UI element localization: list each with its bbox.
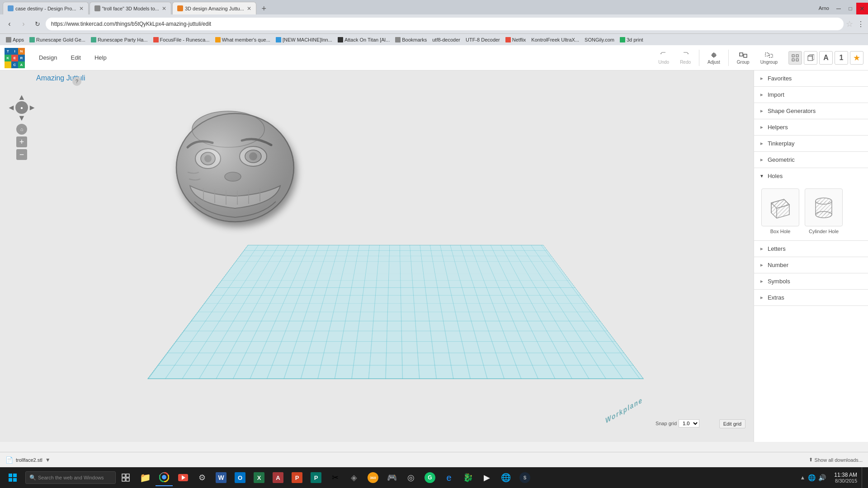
box-hole-item[interactable]: Box Hole (761, 188, 799, 234)
bookmark-8[interactable]: Bookmarks (393, 37, 429, 43)
adjust-button[interactable]: Adjust (703, 49, 725, 66)
nav-center-button[interactable]: ● (15, 101, 28, 114)
nav-edit[interactable]: Edit (64, 52, 87, 64)
close-tab-2[interactable]: ✕ (162, 5, 166, 12)
number-view-button[interactable]: 1 (835, 51, 848, 65)
tray-network[interactable]: 🌐 (808, 474, 816, 481)
taskbar-icon-chrome[interactable] (156, 469, 173, 486)
nav-help[interactable]: Help (88, 52, 113, 64)
refresh-button[interactable]: ↻ (32, 18, 43, 30)
show-downloads-button[interactable]: ⬆ Show all downloads... (809, 457, 863, 463)
taskbar-search[interactable]: 🔍 Search the web and Windows (25, 471, 116, 484)
taskbar-icon-outlook[interactable]: O (231, 469, 249, 486)
bookmark-10[interactable]: UTF-8 Decoder (463, 37, 502, 43)
section-shape-generators-header[interactable]: ► Shape Generators (754, 103, 868, 119)
close-tab-3[interactable]: ✕ (247, 5, 251, 12)
ungroup-button[interactable]: Ungroup (756, 49, 782, 66)
tinkercad-logo[interactable]: T I N K E R C A (5, 48, 26, 68)
section-extras-header[interactable]: ► Extras (754, 290, 868, 305)
cube-view-button[interactable] (804, 51, 817, 65)
snap-grid-select[interactable]: 1.0 0.5 0.1 (679, 419, 699, 427)
tab-1[interactable]: case destiny - Design Pro... ✕ (3, 2, 89, 14)
section-symbols-header[interactable]: ► Symbols (754, 273, 868, 289)
minimize-button[interactable]: ─ (833, 3, 844, 14)
nav-left-button[interactable]: ◄ (7, 103, 15, 113)
section-favorites-header[interactable]: ► Favorites (754, 70, 868, 86)
home-button[interactable]: ⌂ (16, 124, 27, 135)
bookmark-3[interactable]: Runescape Party Ha... (89, 37, 150, 43)
panel-collapse-button[interactable]: › (754, 247, 754, 265)
edit-grid-button[interactable]: Edit grid (719, 419, 745, 428)
taskbar-icon-publisher[interactable]: P (307, 469, 325, 486)
bookmark-5[interactable]: What member's que... (213, 37, 273, 43)
start-button[interactable] (2, 467, 24, 488)
zoom-in-button[interactable]: + (16, 136, 27, 147)
new-tab-button[interactable]: + (258, 3, 270, 14)
close-browser-button[interactable]: ✕ (856, 3, 868, 14)
taskbar-icon-grammarly[interactable]: G (421, 469, 439, 486)
task-view-button[interactable] (117, 469, 134, 486)
star-view-button[interactable]: ★ (850, 51, 863, 65)
bookmark-7[interactable]: Attack On Titan [Al... (335, 37, 392, 43)
section-letters-header[interactable]: ► Letters (754, 241, 868, 257)
taskbar-icon-powerpoint[interactable]: P (288, 469, 306, 486)
taskbar-icon-settings[interactable]: ⚙ (193, 469, 211, 486)
nav-up-button[interactable]: ▲ (18, 93, 26, 101)
taskbar-icon-misc1[interactable]: ◈ (345, 469, 363, 486)
cylinder-hole-item[interactable]: Cylinder Hole (805, 188, 843, 234)
taskbar-clock[interactable]: 11:38 AM 8/30/2015 (830, 472, 862, 483)
taskbar-icon-snap[interactable]: ✂ (326, 469, 344, 486)
show-desktop-button[interactable] (862, 467, 866, 488)
section-tinkerplay-header[interactable]: ► Tinkerplay (754, 136, 868, 151)
tray-sound[interactable]: 🔊 (818, 474, 826, 481)
grid-view-button[interactable] (788, 51, 802, 65)
letter-view-button[interactable]: A (819, 51, 833, 65)
bookmark-4[interactable]: FocusFile - Runesca... (151, 37, 212, 43)
download-dropdown[interactable]: ▼ (45, 457, 51, 463)
zoom-out-button[interactable]: − (16, 149, 27, 160)
taskbar-icon-excel[interactable]: X (250, 469, 268, 486)
tray-arrow[interactable]: ▲ (800, 474, 805, 481)
back-button[interactable]: ‹ (4, 18, 15, 30)
taskbar-icon-dragon[interactable]: 🐉 (459, 469, 476, 486)
close-tab-1[interactable]: ✕ (79, 5, 84, 12)
address-input[interactable] (46, 18, 844, 30)
group-button[interactable]: Group (732, 49, 754, 66)
section-helpers-header[interactable]: ► Helpers (754, 119, 868, 135)
viewport[interactable]: Amazing Juttuli ? ▲ ◄ ● ► ▼ ⌂ + − (0, 70, 754, 442)
taskbar-icon-terminal[interactable]: ▶ (478, 469, 495, 486)
settings-icon[interactable]: ⋮ (857, 20, 864, 28)
taskbar-icon-misc2[interactable]: ◎ (402, 469, 420, 486)
section-number-header[interactable]: ► Number (754, 257, 868, 273)
tab-3[interactable]: 3D design Amazing Juttu... ✕ (172, 2, 256, 14)
bookmark-14[interactable]: 3d print (618, 37, 646, 43)
taskbar-icon-chrome2[interactable]: 🌐 (497, 469, 514, 486)
taskbar-icon-fileexplorer[interactable]: 📁 (137, 469, 154, 486)
maximize-button[interactable]: □ (844, 3, 856, 14)
tab-2[interactable]: "troll face" 3D Models to... ✕ (90, 2, 171, 14)
taskbar-icon-ie[interactable]: e (440, 469, 458, 486)
help-bubble[interactable]: ? (72, 77, 81, 86)
redo-button[interactable]: Redo (675, 49, 695, 66)
taskbar-icon-word[interactable]: W (212, 469, 230, 486)
taskbar-icon-steam[interactable]: S (516, 469, 533, 486)
bookmark-11[interactable]: Netflix (503, 37, 528, 43)
forward-button[interactable]: › (18, 18, 29, 30)
bookmark-2[interactable]: Runescape Gold Ge... (27, 37, 88, 43)
taskbar-icon-game[interactable]: 🎮 (383, 469, 401, 486)
nav-down-button[interactable]: ▼ (18, 114, 26, 122)
section-geometric-header[interactable]: ► Geometric (754, 152, 868, 168)
bookmark-12[interactable]: KontrolFreek UltraX... (529, 37, 581, 43)
nav-design[interactable]: Design (33, 52, 63, 64)
taskbar-icon-youtube[interactable] (175, 469, 192, 486)
bookmark-6[interactable]: [NEW MACHINE]Inn... (274, 37, 335, 43)
taskbar-icon-access[interactable]: A (269, 469, 287, 486)
section-import-header[interactable]: ► Import (754, 87, 868, 103)
bookmark-13[interactable]: SONGily.com (582, 37, 617, 43)
bookmark-apps[interactable]: Apps (4, 37, 26, 43)
bookmark-star[interactable]: ☆ (846, 19, 853, 29)
taskbar-icon-360[interactable]: 360 (364, 469, 382, 486)
bookmark-9[interactable]: utf8-decoder (430, 37, 462, 43)
nav-right-button[interactable]: ► (28, 103, 36, 113)
undo-button[interactable]: Undo (654, 49, 674, 66)
